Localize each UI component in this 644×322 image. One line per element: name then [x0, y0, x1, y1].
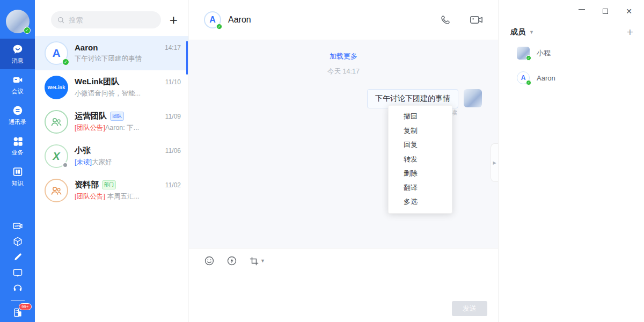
pen-icon[interactable]: [12, 252, 23, 262]
chat-list-panel: + A ✓ Aaron14:17 下午讨论下团建的事情 WeLink WeLin…: [35, 0, 189, 322]
menu-item-copy[interactable]: 复制: [389, 124, 452, 138]
message-composer[interactable]: ▼ 发送: [189, 248, 498, 322]
chat-time: 11/09: [161, 113, 181, 120]
chat-time: 11/10: [161, 78, 181, 86]
contacts-icon: [12, 105, 24, 116]
menu-item-recall[interactable]: 撤回: [389, 109, 452, 124]
unread-count-badge: 99+: [19, 303, 32, 310]
cube-icon[interactable]: [12, 236, 23, 247]
screen-share-icon[interactable]: [12, 267, 23, 278]
chat-time: 14:17: [160, 44, 181, 52]
chat-time: 11/06: [161, 147, 181, 155]
emoji-button[interactable]: [204, 255, 215, 266]
sidebar-item-knowledge[interactable]: 知识: [0, 161, 35, 192]
welink-logo-avatar: WeLink: [45, 76, 68, 99]
message-context-menu: 撤回 复制 回复 转发 删除 翻译 多选: [388, 105, 452, 214]
sidebar-item-messages[interactable]: 消息: [0, 39, 35, 69]
chat-preview: [团队公告] 本周五汇...: [75, 192, 181, 201]
quick-action-button[interactable]: [226, 255, 237, 266]
sidebar-item-label: 会议: [12, 87, 24, 96]
chat-list-item-aaron[interactable]: A ✓ Aaron14:17 下午讨论下团建的事情: [35, 36, 188, 70]
composer-toolbar: ▼: [204, 255, 498, 266]
chat-list-item-xiaozhang[interactable]: X 小张11/06 [未读]大家好: [35, 139, 188, 173]
sidebar: ✓ 消息 会议 通讯录 业务 知识 LIVE: [0, 0, 35, 322]
chat-list-item-data-department[interactable]: 资料部部门11/02 [团队公告] 本周五汇...: [35, 173, 188, 208]
voice-call-icon[interactable]: [440, 14, 451, 26]
new-chat-button[interactable]: +: [170, 14, 178, 26]
online-status-icon: ✓: [526, 80, 531, 85]
chevron-down-icon[interactable]: ▼: [529, 30, 534, 35]
menu-item-reply[interactable]: 回复: [389, 138, 452, 152]
avatar[interactable]: A ✓: [204, 11, 221, 28]
avatar: [45, 110, 68, 134]
header-actions: [440, 14, 483, 26]
crop-icon: [249, 256, 259, 266]
chat-list-item-operations-team[interactable]: 运营团队团队11/09 [团队公告]Aaron: 下...: [35, 105, 188, 139]
member-row-aaron[interactable]: A ✓ Aaron: [499, 67, 644, 89]
members-title: 成员: [510, 27, 525, 37]
screenshot-button[interactable]: ▼: [249, 256, 265, 266]
conversation-header: A ✓ Aaron: [189, 0, 498, 40]
maximize-button[interactable]: [603, 9, 608, 14]
video-call-icon[interactable]: [470, 14, 483, 25]
sidebar-item-business[interactable]: 业务: [0, 130, 35, 161]
chevron-down-icon: ▼: [260, 258, 265, 264]
group-avatar: [45, 110, 68, 134]
search-box[interactable]: [51, 11, 161, 28]
chat-name: WeLink团队: [75, 77, 119, 87]
sidebar-item-meetings[interactable]: 会议: [0, 69, 35, 100]
svg-text:LIVE: LIVE: [14, 224, 21, 228]
avatar: A ✓: [45, 41, 68, 65]
welink-window: ✓ 消息 会议 通讯录 业务 知识 LIVE: [0, 0, 644, 322]
avatar: A ✓: [517, 71, 530, 84]
live-icon[interactable]: LIVE: [12, 221, 23, 231]
menu-item-multiselect[interactable]: 多选: [389, 195, 452, 209]
member-row-xiaocheng[interactable]: ✓ 小程: [499, 42, 644, 64]
menu-item-translate[interactable]: 翻译: [389, 181, 452, 195]
sidebar-item-contacts[interactable]: 通讯录: [0, 100, 35, 130]
group-avatar: [45, 179, 68, 202]
chat-item-body: 小张11/06 [未读]大家好: [75, 145, 181, 167]
offline-status-icon: [62, 162, 68, 168]
sidebar-divider: [11, 300, 25, 301]
scrollbar-thumb[interactable]: [186, 41, 188, 75]
organization-button[interactable]: 99+: [12, 307, 23, 318]
panel-collapse-handle[interactable]: ▶: [491, 143, 498, 182]
knowledge-icon: [12, 166, 24, 178]
sender-avatar[interactable]: [464, 89, 482, 107]
chat-preview: [未读]大家好: [75, 158, 181, 167]
online-status-icon: ✓: [24, 27, 31, 34]
message-bubble-icon: [12, 43, 24, 55]
announcement-prefix: [团队公告]: [75, 193, 105, 200]
search-input[interactable]: [69, 16, 155, 24]
chat-preview: [团队公告]Aaron: 下...: [75, 123, 181, 133]
member-name: 小程: [537, 48, 551, 58]
user-avatar[interactable]: ✓: [6, 10, 30, 33]
member-name: Aaron: [537, 74, 555, 82]
unread-prefix: [未读]: [75, 158, 92, 166]
message-area: 加载更多 今天 14:17 下午讨论下团建的事情 已读 撤回 复制 回复 转发 …: [189, 40, 498, 248]
menu-item-delete[interactable]: 删除: [389, 166, 452, 181]
chat-item-body: 运营团队团队11/09 [团队公告]Aaron: 下...: [75, 111, 181, 133]
menu-item-forward[interactable]: 转发: [389, 152, 452, 167]
headset-icon[interactable]: [12, 283, 23, 294]
chat-preview: 下午讨论下团建的事情: [75, 54, 181, 63]
members-panel: ✕ 成员 ▼ + ✓ 小程 A ✓ Aaron: [498, 0, 644, 322]
chat-item-body: WeLink团队11/10 小微语音问答，智能...: [75, 77, 181, 98]
minimize-button[interactable]: [579, 9, 585, 16]
add-member-button[interactable]: +: [627, 27, 633, 37]
sidebar-item-label: 知识: [12, 179, 24, 187]
chat-name: Aaron: [75, 43, 98, 52]
chat-item-body: 资料部部门11/02 [团队公告] 本周五汇...: [75, 180, 181, 201]
chat-name: 小张: [75, 145, 91, 156]
chat-item-body: Aaron14:17 下午讨论下团建的事情: [75, 43, 181, 63]
chat-list-item-welink-team[interactable]: WeLink WeLink团队11/10 小微语音问答，智能...: [35, 70, 188, 105]
sidebar-item-label: 业务: [12, 149, 24, 157]
department-tag: 部门: [102, 180, 116, 189]
load-more-link[interactable]: 加载更多: [330, 52, 357, 60]
members-header: 成员 ▼ +: [499, 16, 644, 37]
team-tag: 团队: [110, 112, 124, 121]
apps-grid-icon: [12, 135, 24, 147]
send-button[interactable]: 发送: [452, 301, 487, 316]
close-button[interactable]: ✕: [626, 8, 632, 14]
